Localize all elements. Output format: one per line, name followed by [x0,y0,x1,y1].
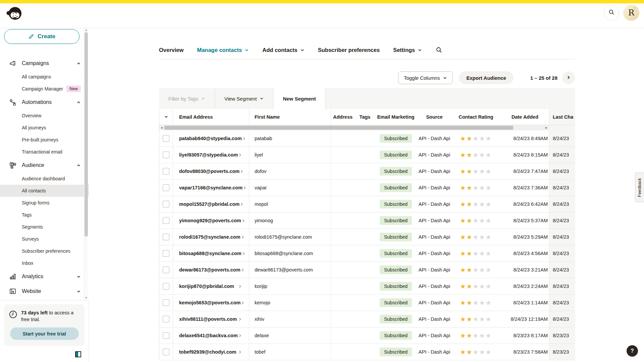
row-checkbox[interactable] [163,184,169,191]
sidebar-item-label: Campaign Manager [22,86,63,92]
row-checkbox[interactable] [163,316,169,322]
row-checkbox[interactable] [163,266,169,273]
tab-overview[interactable]: Overview [159,47,183,53]
row-checkbox[interactable] [163,299,169,306]
mailchimp-logo-icon[interactable] [5,5,23,22]
contact-email-link[interactable]: dofov88030@poverts.com [179,169,239,174]
scroll-up-arrow-icon[interactable]: ▲ [85,29,88,32]
row-checkbox[interactable] [163,168,169,175]
row-checkbox[interactable] [163,250,169,257]
sidebar-item-all-contacts[interactable]: All contacts [0,185,89,197]
row-checkbox[interactable] [163,201,169,207]
collapse-sidebar-button[interactable] [75,351,81,357]
address-cell [331,295,355,311]
view-segment-dropdown[interactable]: View Segment [215,88,273,109]
contact-email-link[interactable]: xihiv88111@poverts.com [179,316,237,322]
source-value: API - Dash Api [419,185,450,190]
toggle-columns-button[interactable]: Toggle Columns [398,71,453,84]
sidebar-item-all-campaigns[interactable]: All campaigns [0,71,89,83]
chevron-right-icon[interactable] [242,136,246,141]
chevron-right-icon[interactable] [239,169,244,174]
contact-email-link[interactable]: dewar86173@poverts.com [179,267,240,273]
sidebar-item-signup-forms[interactable]: Signup forms [0,197,89,209]
sidebar-section-website[interactable]: Website [0,284,89,299]
sidebar-item-segments[interactable]: Segments [0,221,89,233]
tags-cell [355,262,375,278]
header-search-button[interactable] [604,5,619,20]
select-all-dropdown[interactable] [159,109,173,125]
filter-by-tags-dropdown[interactable]: Filter by Tags [159,88,215,109]
sidebar-item-tags[interactable]: Tags [0,209,89,221]
contact-email-link[interactable]: liyel93057@stypedia.com [179,152,238,158]
sidebar-item-audience-dashboard[interactable]: Audience dashboard [0,173,89,185]
sidebar-item-overview[interactable]: Overview [0,110,89,122]
scroll-left-arrow-icon[interactable]: ◄ [159,125,164,130]
chevron-right-icon[interactable] [238,350,242,354]
tab-subscriber-preferences[interactable]: Subscriber preferences [318,47,380,53]
sidebar-section-automations[interactable]: Automations [0,95,89,110]
chevron-right-icon[interactable] [240,235,245,239]
contact-email-link[interactable]: vapar17166@synclane.com [179,185,243,190]
sidebar-scrollbar-thumb[interactable] [85,32,88,237]
sidebar-item-subscriber-preferences[interactable]: Subscriber preferences [0,245,89,257]
chevron-right-icon[interactable] [238,153,242,157]
row-checkbox[interactable] [163,217,169,224]
chevron-right-icon[interactable] [241,219,246,223]
row-checkbox[interactable] [163,135,169,142]
row-checkbox[interactable] [163,152,169,158]
tab-manage-contacts[interactable]: Manage contacts [197,47,249,53]
contact-email-link[interactable]: mopol15527@pbridal.com [179,201,239,207]
row-checkbox[interactable] [163,234,169,240]
contact-email-link[interactable]: yimonog929@poverts.com [179,218,241,223]
contact-email-link[interactable]: bitosap688@synclane.com [179,251,241,256]
chevron-right-icon[interactable] [238,284,242,289]
h-scrollbar-track[interactable]: ◄ ► [159,125,549,130]
contact-email-link[interactable]: patabab940@stypedia.com [179,136,242,141]
row-checkbox[interactable] [163,283,169,290]
chevron-right-icon[interactable] [241,251,246,256]
sidebar-item-surveys[interactable]: Surveys [0,233,89,245]
tab-add-contacts[interactable]: Add contacts [262,47,305,53]
sidebar-section-campaigns[interactable]: Campaigns [0,56,89,71]
tab-settings[interactable]: Settings [393,47,422,53]
new-segment-button[interactable]: New Segment [273,88,325,109]
sidebar-item-transactional-email[interactable]: Transactional email [0,146,89,158]
contact-email-link[interactable]: tobef92939@chodyi.com [179,349,236,355]
contact-email-link[interactable]: kemojo5653@poverts.com [179,300,240,305]
chevron-right-icon[interactable] [239,202,244,206]
sidebar-item-campaign-manager[interactable]: Campaign ManagerNew [0,83,89,95]
sidebar-section-analytics[interactable]: Analytics [0,269,89,284]
help-button[interactable]: ? [627,345,638,357]
nav-search-icon[interactable] [435,46,443,54]
create-button[interactable]: Create [4,29,79,44]
sidebar-item-inbox[interactable]: Inbox [0,257,89,269]
contact-rating: ★★★★★ [460,185,492,191]
row-checkbox[interactable] [163,332,169,339]
row-checkbox[interactable] [163,349,169,355]
next-page-button[interactable] [562,71,575,84]
contact-email-link[interactable]: rolodi1675@synclane.com [179,234,240,240]
row-select-cell [159,229,173,245]
chevron-right-icon[interactable] [238,334,242,338]
scroll-right-arrow-icon[interactable]: ► [544,125,549,130]
export-audience-button[interactable]: Export Audience [459,71,514,84]
sidebar-item-pre-built-journeys[interactable]: Pre-built journeys [0,134,89,146]
sidebar-section-audience[interactable]: Audience [0,158,89,173]
h-scrollbar-thumb[interactable] [164,126,513,130]
chevron-right-icon[interactable] [240,268,245,272]
sidebar-item-all-journeys[interactable]: All journeys [0,122,89,134]
sidebar-item-label: All journeys [22,125,46,130]
contact-email-link[interactable]: delaxe6541@backva.com [179,333,238,338]
chevron-right-icon[interactable] [238,317,242,321]
feedback-tab[interactable]: Feedback [635,173,644,202]
contact-email-link[interactable]: korijip870@pbridal.com [179,284,234,289]
user-avatar[interactable]: R [623,5,639,21]
star-icon: ★ [486,250,492,257]
tab-label: Add contacts [262,47,298,53]
scroll-down-arrow-icon[interactable]: ▼ [85,297,88,299]
address-cell [331,327,355,344]
start-free-trial-button[interactable]: Start your free trial [10,327,79,340]
chevron-right-icon[interactable] [240,301,245,305]
sidebar-scrollbar[interactable]: ▲ ▼ [84,28,88,300]
chevron-right-icon[interactable] [243,186,247,190]
